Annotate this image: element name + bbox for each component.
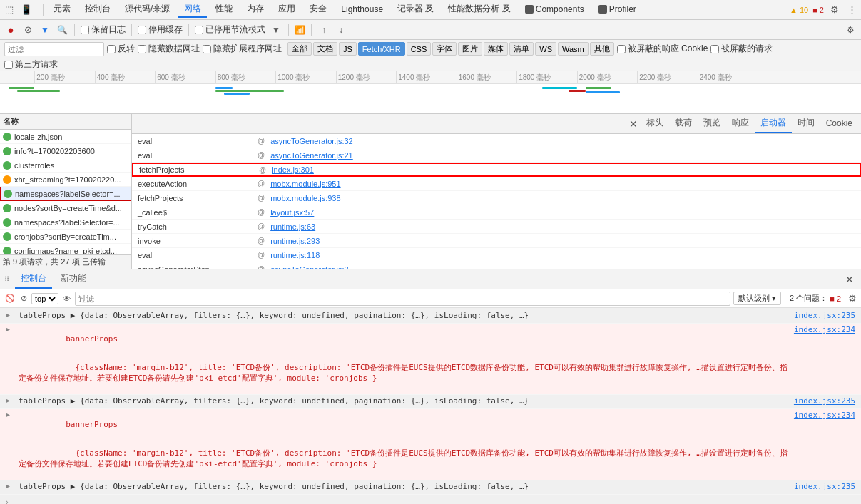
reverse-input[interactable] (107, 45, 116, 53)
list-item[interactable]: info?t=1700202203600 (0, 144, 131, 158)
expand-arrow-1[interactable]: ▶ (6, 325, 13, 333)
console-link-2[interactable]: index.jsx:235 (794, 396, 855, 406)
throttle-input[interactable] (195, 26, 203, 34)
filter-btn-manifest[interactable]: 清单 (509, 42, 534, 56)
init-link-2[interactable]: index.js:301 (272, 165, 314, 174)
tab-preview[interactable]: 预览 (698, 114, 726, 133)
detail-close-btn[interactable]: ✕ (626, 118, 641, 130)
init-link-0[interactable]: asyncToGenerator.js:32 (270, 137, 353, 145)
blocked-cookie-input[interactable] (617, 45, 626, 53)
expand-arrow-0[interactable]: ▶ (6, 311, 13, 319)
tab-initiator[interactable]: 启动器 (755, 114, 792, 133)
filter-btn-ws[interactable]: WS (535, 42, 556, 56)
record-btn[interactable]: ● (4, 24, 17, 36)
eye-icon[interactable]: 👁 (61, 293, 72, 304)
list-item[interactable]: clusterroles (0, 158, 131, 173)
init-link-5[interactable]: layout.jsx:57 (270, 208, 314, 217)
list-item[interactable]: locale-zh.json (0, 130, 131, 144)
tab-performance[interactable]: 性能 (210, 1, 238, 18)
tab-console[interactable]: 控制台 (79, 1, 116, 18)
upload-icon[interactable]: ↑ (317, 24, 330, 36)
console-settings-btn[interactable]: ⚙ (848, 293, 857, 304)
third-party-input[interactable] (4, 61, 13, 69)
filter-btn-doc[interactable]: 文档 (313, 42, 337, 56)
list-item[interactable]: namespaces?labelSelector=... (0, 215, 131, 230)
tab-headers[interactable]: 标头 (641, 114, 669, 133)
third-party-checkbox[interactable]: 第三方请求 (4, 58, 58, 71)
console-close-btn[interactable]: ✕ (842, 274, 857, 285)
console-link-3[interactable]: index.jsx:234 (794, 411, 855, 420)
blocked-cookie-checkbox[interactable]: 被屏蔽的响应 Cookie (617, 43, 708, 55)
preserve-log-input[interactable] (81, 26, 89, 34)
list-item[interactable]: cronjobs?sortBy=createTim... (0, 230, 131, 244)
tab-memory[interactable]: 内存 (241, 1, 270, 18)
filter-input[interactable] (4, 42, 104, 56)
tab-elements[interactable]: 元素 (48, 1, 76, 18)
tab-perf-insights[interactable]: 性能数据分析 及 (442, 1, 516, 18)
init-link-7[interactable]: runtime.js:293 (270, 237, 320, 245)
tab-payload[interactable]: 载荷 (669, 114, 698, 133)
expand-arrow-2[interactable]: ▶ (6, 396, 13, 404)
disable-cache-input[interactable] (138, 26, 146, 34)
filter-btn-font[interactable]: 字体 (432, 42, 457, 56)
hide-data-urls-checkbox[interactable]: 隐藏数据网址 (138, 43, 200, 55)
preserve-log-checkbox[interactable]: 保留日志 (81, 24, 126, 36)
list-item[interactable]: nodes?sortBy=createTime&d... (0, 201, 131, 215)
drag-handle[interactable]: ⠿ (4, 275, 9, 283)
expand-arrow-3[interactable]: ▶ (6, 411, 13, 418)
inspect-icon[interactable]: ⬚ (3, 4, 16, 16)
list-item-selected[interactable]: namespaces?labelSelector=... (0, 187, 131, 201)
init-link-1[interactable]: asyncToGenerator.js:21 (270, 151, 353, 160)
more-icon[interactable]: ⋮ (845, 4, 858, 16)
tab-response[interactable]: 响应 (726, 114, 755, 133)
expand-arrow-4[interactable]: ▶ (6, 482, 13, 490)
blocked-requests-checkbox[interactable]: 被屏蔽的请求 (710, 43, 773, 55)
console-link-4[interactable]: index.jsx:235 (794, 482, 855, 491)
console-tab-console[interactable]: 控制台 (15, 269, 52, 289)
filter-btn-media[interactable]: 媒体 (484, 42, 508, 56)
console-clear-btn[interactable]: 🚫 (4, 293, 16, 304)
warnings-badge[interactable]: ▲ 10 (790, 6, 808, 14)
filter-btn-fetch[interactable]: Fetch/XHR (358, 42, 405, 56)
init-link-3[interactable]: mobx.module.js:951 (270, 180, 340, 188)
network-settings-btn[interactable]: ⚙ (844, 24, 857, 36)
init-link-9[interactable]: asyncToGenerator.js:3 (270, 265, 348, 269)
hide-ext-urls-checkbox[interactable]: 隐藏扩展程序网址 (203, 43, 282, 55)
filter-btn-js[interactable]: JS (339, 42, 357, 56)
blocked-requests-input[interactable] (710, 45, 719, 53)
stop-btn[interactable]: ⊘ (21, 24, 34, 36)
console-link-0[interactable]: index.jsx:235 (794, 311, 855, 320)
filter-toggle-btn[interactable]: ▼ (39, 24, 51, 36)
tab-profiler[interactable]: Profiler (593, 3, 642, 17)
filter-btn-other[interactable]: 其他 (590, 42, 614, 56)
hide-data-urls-input[interactable] (138, 45, 146, 53)
tab-components[interactable]: Components (519, 3, 590, 17)
filter-btn-img[interactable]: 图片 (458, 42, 482, 56)
context-selector[interactable]: top (31, 293, 58, 304)
filter-btn-css[interactable]: CSS (407, 42, 432, 56)
console-link-1[interactable]: index.jsx:234 (794, 325, 855, 334)
download-icon[interactable]: ↓ (335, 24, 347, 36)
settings-icon[interactable]: ⚙ (828, 4, 841, 16)
tab-timing[interactable]: 时间 (792, 114, 820, 133)
errors-badge[interactable]: ■ 2 (812, 6, 824, 14)
disable-cache-checkbox[interactable]: 停用缓存 (138, 24, 183, 36)
tab-lighthouse[interactable]: Lighthouse (335, 3, 389, 17)
level-dropdown[interactable]: 默认级别 ▾ (733, 292, 781, 305)
throttle-checkbox[interactable]: 已停用节流模式 (195, 24, 265, 36)
search-btn[interactable]: 🔍 (56, 24, 68, 36)
filter-btn-wasm[interactable]: Wasm (558, 42, 589, 56)
filter-btn-all[interactable]: 全部 (287, 42, 312, 56)
hide-ext-urls-input[interactable] (203, 45, 211, 53)
reverse-checkbox[interactable]: 反转 (107, 43, 135, 55)
init-link-8[interactable]: runtime.js:118 (270, 251, 320, 259)
console-tab-new[interactable]: 新功能 (55, 269, 92, 289)
tab-recorder[interactable]: 记录器 及 (392, 1, 439, 18)
tab-application[interactable]: 应用 (272, 1, 301, 18)
device-icon[interactable]: 📱 (20, 4, 33, 16)
console-stop-btn[interactable]: ⊘ (18, 293, 29, 304)
tab-security[interactable]: 安全 (304, 1, 332, 18)
console-filter-input[interactable] (75, 292, 730, 306)
list-item[interactable]: xhr_streaming?t=170020220... (0, 173, 131, 187)
tab-network[interactable]: 网络 (178, 1, 207, 18)
